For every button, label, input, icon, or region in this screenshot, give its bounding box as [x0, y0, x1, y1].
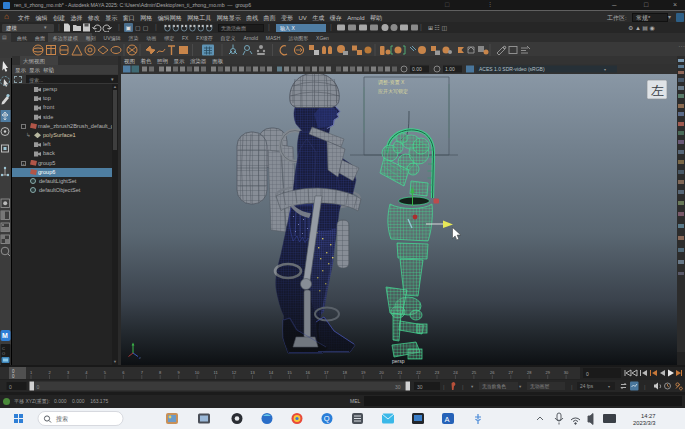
svg-text:25: 25 [472, 370, 477, 375]
svg-text:0: 0 [37, 384, 40, 390]
svg-text:O: O [2, 351, 5, 356]
svg-text:16: 16 [306, 370, 311, 375]
svg-text:30: 30 [395, 384, 401, 390]
svg-text:0: 0 [9, 384, 12, 390]
svg-text:搜索: 搜索 [56, 415, 68, 423]
svg-text:0.00: 0.00 [412, 66, 422, 72]
svg-text:左: 左 [651, 83, 664, 98]
svg-text:20: 20 [379, 370, 384, 375]
svg-text:10: 10 [195, 370, 200, 375]
svg-text:22: 22 [416, 370, 421, 375]
svg-text:ACES 1.0 SDR-video (sRGB): ACES 1.0 SDR-video (sRGB) [479, 66, 545, 72]
svg-text:A: A [445, 415, 450, 424]
svg-text:27: 27 [509, 370, 514, 375]
svg-text:调整-资置 X: 调整-资置 X [378, 79, 405, 86]
svg-text:|: | [443, 384, 445, 390]
svg-text:18: 18 [342, 370, 347, 375]
svg-text:▾: ▾ [604, 67, 606, 72]
svg-text:z: z [139, 355, 141, 360]
svg-text:▾: ▾ [519, 384, 522, 389]
svg-text:2023/3/3: 2023/3/3 [633, 420, 656, 426]
svg-text:▾: ▾ [471, 384, 474, 389]
svg-text:14: 14 [269, 370, 274, 375]
svg-text:persp: persp [392, 358, 405, 364]
svg-text:26: 26 [490, 370, 495, 375]
svg-text:13: 13 [250, 370, 255, 375]
svg-text:|: | [571, 384, 573, 390]
svg-text:Q: Q [324, 414, 330, 423]
svg-text:1.00: 1.00 [445, 66, 455, 72]
svg-text:30: 30 [417, 384, 423, 390]
svg-text:▾: ▾ [608, 384, 610, 389]
svg-text:M: M [2, 332, 8, 339]
svg-text:28: 28 [527, 370, 532, 375]
svg-text:应开大写锁定: 应开大写锁定 [378, 88, 408, 95]
svg-text:|: | [462, 384, 464, 390]
svg-text:23: 23 [435, 370, 440, 375]
svg-text:21: 21 [398, 370, 403, 375]
svg-text:⋯: ⋯ [678, 43, 685, 50]
svg-text:14:27: 14:27 [641, 413, 656, 419]
svg-text:0: 0 [586, 371, 589, 377]
svg-text:17: 17 [324, 370, 329, 375]
svg-text:30: 30 [564, 370, 569, 375]
svg-text:29: 29 [545, 370, 550, 375]
svg-text:|: | [644, 384, 646, 390]
svg-text:15: 15 [287, 370, 292, 375]
svg-text:19: 19 [361, 370, 366, 375]
svg-text:24 fps: 24 fps [580, 384, 594, 389]
svg-text:12: 12 [232, 370, 237, 375]
svg-text:24: 24 [453, 370, 458, 375]
